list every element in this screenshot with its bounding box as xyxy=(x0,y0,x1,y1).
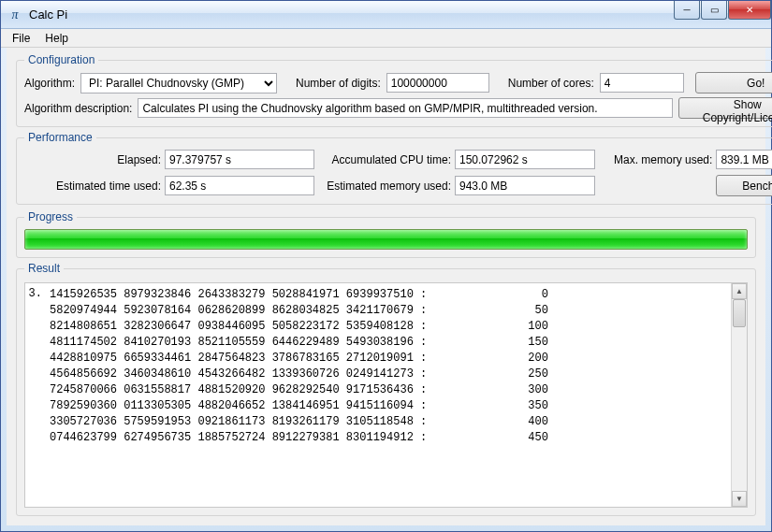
performance-legend: Performance xyxy=(24,131,96,144)
result-body: 3. 1415926535 8979323846 2643383279 5028… xyxy=(24,282,748,508)
minimize-button[interactable]: ─ xyxy=(674,1,700,20)
mem-value xyxy=(716,150,772,169)
license-button[interactable]: Show Copyright/License xyxy=(678,97,772,119)
cpu-value xyxy=(455,150,595,169)
scroll-down-icon[interactable]: ▼ xyxy=(732,491,747,507)
scroll-track[interactable] xyxy=(732,299,747,491)
scroll-thumb[interactable] xyxy=(733,299,746,327)
progress-legend: Progress xyxy=(24,210,77,223)
titlebar: π Calc Pi ─ ▭ ✕ xyxy=(1,1,771,29)
desc-label: Algorithm description: xyxy=(24,102,132,115)
result-text[interactable]: 1415926535 8979323846 2643383279 5028841… xyxy=(44,283,731,507)
digits-input[interactable] xyxy=(386,73,489,93)
content: Configuration Algorithm: PI: Parallel Ch… xyxy=(7,48,765,525)
digits-label: Number of digits: xyxy=(296,77,381,90)
menu-file[interactable]: File xyxy=(5,30,37,47)
app-icon: π xyxy=(7,7,23,23)
go-button[interactable]: Go! xyxy=(695,72,772,93)
cores-input[interactable] xyxy=(600,73,684,93)
progress-group: Progress xyxy=(16,210,756,258)
performance-group: Performance Elapsed: Accumulated CPU tim… xyxy=(16,131,772,205)
menubar: File Help xyxy=(1,29,771,48)
est-time-value xyxy=(165,176,314,195)
cores-label: Number of cores: xyxy=(508,77,594,90)
algorithm-select[interactable]: PI: Parallel Chudnovsky (GMP) xyxy=(80,73,277,93)
benchmark-button[interactable]: Benchmark! xyxy=(716,175,772,196)
window-controls: ─ ▭ ✕ xyxy=(673,1,771,20)
result-legend: Result xyxy=(24,262,64,275)
result-scrollbar[interactable]: ▲ ▼ xyxy=(731,283,747,507)
mem-label: Max. memory used: xyxy=(595,153,716,166)
menu-help[interactable]: Help xyxy=(37,30,76,47)
window: π Calc Pi ─ ▭ ✕ File Help Configuration … xyxy=(0,0,772,532)
est-mem-label: Estimated memory used: xyxy=(314,180,455,193)
close-button[interactable]: ✕ xyxy=(728,1,771,20)
desc-input[interactable] xyxy=(138,98,672,118)
result-prefix: 3. xyxy=(25,283,44,507)
est-mem-value xyxy=(455,176,595,195)
elapsed-value xyxy=(165,150,314,169)
configuration-legend: Configuration xyxy=(24,53,98,66)
elapsed-label: Elapsed: xyxy=(24,153,165,166)
window-title: Calc Pi xyxy=(29,7,673,22)
est-time-label: Estimated time used: xyxy=(24,180,165,193)
algorithm-label: Algorithm: xyxy=(24,77,75,90)
maximize-button[interactable]: ▭ xyxy=(701,1,727,20)
result-group: Result 3. 1415926535 8979323846 26433832… xyxy=(16,262,756,516)
configuration-group: Configuration Algorithm: PI: Parallel Ch… xyxy=(16,53,772,127)
progress-bar xyxy=(24,229,748,250)
scroll-up-icon[interactable]: ▲ xyxy=(732,283,747,299)
cpu-label: Accumulated CPU time: xyxy=(314,153,455,166)
